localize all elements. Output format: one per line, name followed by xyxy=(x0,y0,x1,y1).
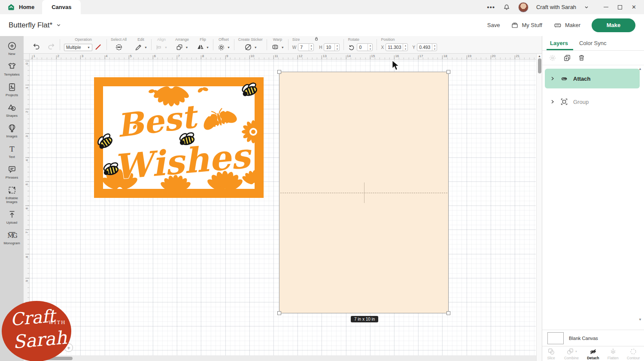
best-wishes-card-artwork[interactable]: Best Wishes xyxy=(94,77,264,198)
ruler-h-label: 18 xyxy=(444,54,447,58)
account-chevron-down-icon[interactable] xyxy=(584,5,589,10)
ruler-h-label: 20 xyxy=(492,54,495,58)
flatten-icon xyxy=(608,347,618,356)
header-bar: Butterfly Flat* Save My Stuff Maker Make xyxy=(0,14,644,36)
monogram-icon: MG xyxy=(7,230,17,240)
layer-row-attach[interactable]: Attach xyxy=(545,69,640,88)
tab-layers[interactable]: Layers xyxy=(550,40,568,46)
sidebar-item-templates[interactable]: Templates xyxy=(0,58,24,79)
create-sticker-icon[interactable] xyxy=(244,43,252,52)
position-y-input[interactable]: 0.493 ▲▼ xyxy=(417,43,437,51)
canvas-area[interactable]: 123456789101112131415161718192021 012345… xyxy=(24,54,542,361)
overflow-menu-icon[interactable]: ••• xyxy=(487,3,495,11)
delete-layer-icon[interactable] xyxy=(577,54,586,62)
blank-canvas-label: Blank Canvas xyxy=(569,336,598,341)
ruler-h-label: 11 xyxy=(274,54,278,58)
blank-canvas-row[interactable]: Blank Canvas xyxy=(542,330,644,346)
offset-caret-icon[interactable]: ▼ xyxy=(227,46,230,49)
tab-home[interactable]: Home xyxy=(0,0,42,14)
rotate-input[interactable]: 0 ▲▼ xyxy=(357,43,373,51)
sidebar-item-text[interactable]: TText xyxy=(0,141,24,161)
position-x-stepper[interactable]: ▲▼ xyxy=(403,44,407,51)
vertical-scroll-thumb[interactable] xyxy=(538,58,541,73)
flip-caret-icon[interactable]: ▼ xyxy=(206,46,209,49)
edit-pencil-icon[interactable] xyxy=(134,43,143,52)
maker-label: Maker xyxy=(565,22,580,28)
create-sticker-group: Create Sticker ▼ xyxy=(234,36,267,53)
blank-canvas-swatch[interactable] xyxy=(547,332,564,344)
sidebar-item-projects[interactable]: Projects xyxy=(0,79,24,100)
selected-card-base-shape[interactable] xyxy=(279,72,449,313)
notifications-bell-icon[interactable] xyxy=(503,3,510,11)
size-h-label: H xyxy=(319,45,322,50)
edit-caret-icon[interactable]: ▼ xyxy=(144,46,147,49)
maker-machine-icon xyxy=(553,21,562,29)
select-all-icon[interactable] xyxy=(115,43,123,52)
operation-select[interactable]: Multiple ▼ xyxy=(64,44,92,51)
ruler-v-label: 9 xyxy=(25,278,29,284)
size-lock-icon[interactable] xyxy=(313,36,319,42)
create-sticker-caret-icon[interactable]: ▼ xyxy=(254,46,257,49)
detach-button[interactable]: Detach xyxy=(587,347,599,360)
ruler-h-label: 1 xyxy=(33,54,35,58)
position-y-stepper[interactable]: ▲▼ xyxy=(432,44,437,51)
canvas-vertical-scrollbar[interactable]: ▲ xyxy=(536,54,542,361)
sidebar-item-upload[interactable]: Upload xyxy=(0,206,24,227)
sidebar-item-images[interactable]: Images xyxy=(0,120,24,141)
ruler-h-label: 14 xyxy=(347,54,351,58)
layer-row-group[interactable]: Group xyxy=(545,92,640,112)
ruler-v-label: 6 xyxy=(25,206,29,212)
offset-icon[interactable] xyxy=(217,43,225,52)
layers-scroll-up-icon[interactable]: ▲ xyxy=(638,67,642,71)
canvas-horizontal-scrollbar[interactable]: ◄ xyxy=(24,355,536,361)
sidebar-item-shapes[interactable]: Shapes xyxy=(0,100,24,120)
layers-scroll-down-icon[interactable]: ▼ xyxy=(638,318,642,322)
horizontal-ruler: 123456789101112131415161718192021 xyxy=(30,54,542,60)
my-stuff-button[interactable]: My Stuff xyxy=(511,21,542,29)
select-all-group: Select All xyxy=(107,36,131,53)
shapes-icon xyxy=(7,103,17,113)
arrange-icon[interactable] xyxy=(176,43,183,51)
save-button[interactable]: Save xyxy=(487,22,500,28)
sidebar-item-editable-images[interactable]: Editable Images xyxy=(0,182,24,206)
flip-icon[interactable] xyxy=(197,43,204,51)
size-h-stepper[interactable]: ▲▼ xyxy=(334,44,339,51)
sidebar-item-monogram[interactable]: MGMonogram xyxy=(0,227,24,248)
window-close-icon[interactable]: ✕ xyxy=(632,5,636,9)
contour-icon xyxy=(629,347,638,356)
window-maximize-icon[interactable] xyxy=(618,5,622,9)
account-name[interactable]: Craft with Sarah xyxy=(536,4,576,10)
selection-handle-top-right[interactable] xyxy=(447,70,450,74)
size-badge: 7 in x 10 in xyxy=(351,316,378,322)
project-title[interactable]: Butterfly Flat* xyxy=(0,21,61,30)
duplicate-layer-icon[interactable] xyxy=(563,54,571,62)
maker-machine-button[interactable]: Maker xyxy=(553,21,580,29)
sidebar-item-phrases[interactable]: Phrases xyxy=(0,161,24,182)
account-avatar[interactable] xyxy=(518,2,529,12)
position-x-input[interactable]: 11.303 ▲▼ xyxy=(386,43,408,51)
rotate-stepper[interactable]: ▲▼ xyxy=(368,44,372,51)
window-minimize-icon[interactable] xyxy=(604,7,608,8)
scroll-up-icon[interactable]: ▲ xyxy=(537,55,542,58)
tab-color-sync[interactable]: Color Sync xyxy=(579,40,607,46)
slice-icon xyxy=(547,347,556,356)
selection-handle-bottom-right[interactable] xyxy=(447,311,450,315)
color-swatch-pen-icon[interactable] xyxy=(94,43,103,51)
selection-handle-top-left[interactable] xyxy=(277,70,281,74)
make-button[interactable]: Make xyxy=(592,18,635,32)
size-h-input[interactable]: 10 ▲▼ xyxy=(324,43,340,51)
warp-icon[interactable] xyxy=(271,43,279,51)
size-w-stepper[interactable]: ▲▼ xyxy=(309,44,313,51)
rotate-icon[interactable] xyxy=(348,44,355,51)
selection-handle-bottom-left[interactable] xyxy=(277,311,281,315)
arrange-caret-icon[interactable]: ▼ xyxy=(185,46,188,49)
size-w-input[interactable]: 7 ▲▼ xyxy=(298,43,314,51)
chevron-right-icon[interactable] xyxy=(550,76,555,81)
redo-icon[interactable] xyxy=(47,42,55,51)
group-icon xyxy=(559,97,569,106)
chevron-right-icon[interactable] xyxy=(550,99,555,104)
undo-icon[interactable] xyxy=(32,42,41,51)
warp-caret-icon[interactable]: ▼ xyxy=(281,46,284,49)
sidebar-item-new[interactable]: New xyxy=(0,38,24,58)
tab-canvas[interactable]: Canvas xyxy=(42,0,81,14)
